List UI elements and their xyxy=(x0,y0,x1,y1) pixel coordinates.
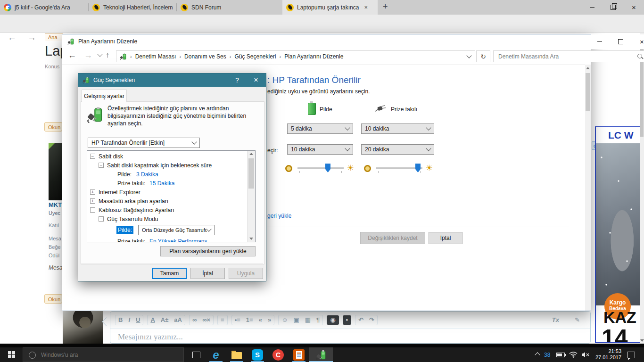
setting-label-on-battery[interactable]: Pilde: xyxy=(117,171,132,178)
breadcrumb-item-hardware-sound[interactable]: Donanım ve Ses xyxy=(184,53,226,60)
brightness-plugged-slider[interactable] xyxy=(376,167,422,169)
task-view-button[interactable] xyxy=(188,347,205,362)
cp-back-icon[interactable]: ← xyxy=(68,50,76,60)
taskbar-clock[interactable]: 21:53 27.01.2017 xyxy=(593,348,621,361)
tree-item-wireless-adapter[interactable]: Kablosuz Bağdaştırıcı Ayarları xyxy=(99,207,174,214)
breadcrumb-item-edit-plan[interactable]: Plan Ayarlarını Düzenle xyxy=(284,53,343,60)
redo-icon[interactable]: ↷ xyxy=(369,317,374,323)
insert-image-icon[interactable]: ▣ xyxy=(293,317,299,323)
save-draft-icon[interactable]: ▪ xyxy=(343,315,352,325)
taskbar-search-input[interactable] xyxy=(40,351,174,359)
tree-scrollbar[interactable] xyxy=(247,151,255,242)
display-plugged-select[interactable]: 10 dakika xyxy=(361,123,434,134)
display-battery-select[interactable]: 5 dakika xyxy=(287,123,353,134)
remove-format-icon[interactable]: Tx xyxy=(552,317,559,323)
cp-minimize-button[interactable] xyxy=(589,34,610,49)
slider-thumb[interactable] xyxy=(325,164,330,173)
breadcrumb[interactable]: › Denetim Masası › Donanım ve Ses › Güç … xyxy=(116,50,475,62)
ok-button[interactable]: Tamam xyxy=(152,268,187,279)
setting-value[interactable]: 3 Dakika xyxy=(136,171,158,178)
insert-media-icon[interactable]: ▦ xyxy=(305,317,311,323)
tree-item-internet-explorer[interactable]: Internet Explorer xyxy=(99,189,140,196)
setting-label-on-battery-selected[interactable]: Pilde: xyxy=(116,226,133,234)
taskbar-ccleaner[interactable]: C xyxy=(270,347,287,362)
brightness-battery-slider[interactable] xyxy=(297,167,344,169)
tab-teknoloji-haberleri[interactable]: Teknoloji Haberleri, İncelem xyxy=(89,0,176,15)
cp-title-bar[interactable]: Plan Ayarlarını Düzenle × xyxy=(62,34,591,49)
outdent-icon[interactable]: « xyxy=(259,317,262,323)
reply-editor[interactable]: B I U A A± aA ∞ ∞× ≡ •≡ 1≡ « » ☺ ▣ ▦ ¶ ◉ xyxy=(110,311,591,344)
tab-advanced-settings[interactable]: Gelişmiş ayarlar xyxy=(82,90,127,102)
scroll-up-icon[interactable] xyxy=(586,67,590,69)
volume-muted-tray-icon[interactable] xyxy=(581,352,591,359)
editor-placeholder[interactable]: Mesajınızı yazınız... xyxy=(118,332,183,342)
dialog-help-button[interactable]: ? xyxy=(228,74,246,87)
scroll-up-icon[interactable] xyxy=(249,153,253,155)
collapse-toggle[interactable]: − xyxy=(90,154,95,159)
taskbar-file-explorer[interactable] xyxy=(228,347,245,362)
tab-close-icon[interactable]: × xyxy=(364,4,368,11)
setting-label-plugged-in[interactable]: Prize takılı: xyxy=(117,238,145,242)
tab-active-laptop-thread[interactable]: Laptopumu şarja takınca × xyxy=(282,0,378,15)
power-saving-select[interactable]: Orta Düzeyde Güç Tasarrufu xyxy=(138,225,215,235)
wifi-tray-icon[interactable] xyxy=(569,352,578,359)
cp-history-chevron-icon[interactable] xyxy=(97,51,102,57)
collapse-toggle[interactable]: − xyxy=(99,216,104,222)
action-center-button[interactable] xyxy=(627,352,635,358)
undo-icon[interactable]: ↶ xyxy=(358,317,363,323)
text-size-icon[interactable]: A± xyxy=(161,317,169,323)
smiley-icon[interactable]: ☺ xyxy=(281,317,288,323)
bold-icon[interactable]: B xyxy=(118,317,123,323)
expand-toggle[interactable]: + xyxy=(90,198,95,204)
scroll-down-icon[interactable] xyxy=(640,339,644,342)
setting-value[interactable]: 15 Dakika xyxy=(149,180,174,187)
taskbar-edge[interactable]: e xyxy=(207,347,224,362)
back-icon[interactable]: ← xyxy=(8,33,17,43)
tree-item-hard-disk[interactable]: Sabit disk xyxy=(99,153,123,160)
user-avatar-fragment[interactable] xyxy=(49,143,62,200)
taskbar-power-options-active[interactable] xyxy=(309,347,333,362)
edge-restore-button[interactable] xyxy=(603,0,624,15)
tab-google-search[interactable]: j5 kılıf - Google'da Ara xyxy=(0,0,88,15)
bbcode-icon[interactable]: ✎ xyxy=(575,317,580,323)
breadcrumb-item-power-options[interactable]: Güç Seçenekleri xyxy=(234,53,276,60)
forward-icon[interactable]: → xyxy=(27,33,36,43)
text-color-icon[interactable]: A xyxy=(150,317,155,323)
scrollbar-thumb[interactable] xyxy=(586,73,590,111)
sleep-battery-select[interactable]: 10 dakika xyxy=(287,144,353,155)
cp-refresh-button[interactable]: ↻ xyxy=(476,50,490,62)
plan-select[interactable]: HP Tarafından Önerilir [Etkin] xyxy=(88,138,200,148)
numbered-list-icon[interactable]: 1≡ xyxy=(246,317,253,323)
dialog-close-button[interactable]: × xyxy=(247,74,265,87)
edge-close-button[interactable]: × xyxy=(624,0,644,15)
italic-icon[interactable]: I xyxy=(128,317,130,323)
align-icon[interactable]: ≡ xyxy=(221,317,224,323)
breadcrumb-item-control-panel[interactable]: Denetim Masası xyxy=(135,53,176,60)
expand-toggle[interactable]: + xyxy=(90,189,95,195)
cp-close-button[interactable]: × xyxy=(631,34,644,49)
taskbar-skype[interactable]: S xyxy=(249,347,266,362)
collapse-toggle[interactable]: − xyxy=(90,207,95,213)
font-family-icon[interactable]: aA xyxy=(174,317,182,323)
cp-search-input[interactable] xyxy=(497,53,627,60)
new-tab-button[interactable]: + xyxy=(383,2,388,12)
scrollbar-thumb[interactable] xyxy=(248,158,254,189)
tree-item-power-saving-mode[interactable]: Güç Tasarrufu Modu xyxy=(107,216,158,222)
page-scrollbar[interactable] xyxy=(640,33,644,344)
read-badge[interactable]: Okun xyxy=(44,122,62,132)
setting-label-plugged-in[interactable]: Prize takılı: xyxy=(117,180,145,187)
tray-counter-badge[interactable]: 38 xyxy=(544,352,550,358)
read-badge[interactable]: Okun xyxy=(44,294,62,304)
underline-icon[interactable]: U xyxy=(136,317,140,323)
scroll-down-icon[interactable] xyxy=(249,238,253,240)
quote-icon[interactable]: ¶ xyxy=(316,317,320,323)
tab-sdn-forum[interactable]: SDN Forum xyxy=(177,0,264,15)
restore-defaults-link-fragment[interactable]: geri yükle xyxy=(267,213,291,219)
tray-expand-button[interactable] xyxy=(536,351,539,357)
insert-link-icon[interactable]: ∞ xyxy=(192,317,197,323)
taskbar-office-app[interactable] xyxy=(290,347,307,362)
indent-icon[interactable]: » xyxy=(268,317,271,323)
tree-item-disk-timeout[interactable]: Sabit diski kapatmak için beklenecek sür… xyxy=(107,162,212,169)
battery-tray-icon[interactable] xyxy=(556,353,565,357)
setting-value[interactable]: En Yüksek Performans xyxy=(149,238,207,242)
